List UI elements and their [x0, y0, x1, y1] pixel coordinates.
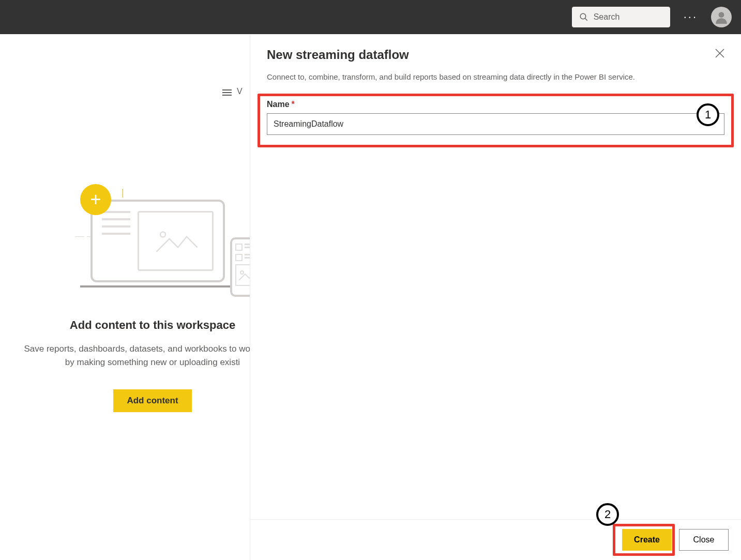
close-panel-button[interactable] [715, 48, 724, 60]
laptop-icon [90, 200, 230, 293]
empty-state-heading: Add content to this workspace [16, 319, 290, 332]
search-icon [579, 12, 588, 22]
callout-badge-2: 2 [596, 503, 619, 526]
workspace-empty-state: + | + + — — [0, 112, 290, 412]
name-field-label: Name* [267, 100, 724, 109]
svg-point-2 [719, 12, 724, 18]
close-button[interactable]: Close [679, 529, 729, 551]
close-icon [715, 49, 724, 58]
empty-state-description: Save reports, dashboards, datasets, and … [16, 342, 290, 369]
create-button[interactable]: Create [622, 529, 672, 551]
required-marker: * [292, 100, 295, 109]
search-input[interactable]: Search [572, 7, 670, 27]
panel-title: New streaming dataflow [267, 48, 409, 62]
search-placeholder: Search [594, 12, 620, 22]
more-options-button[interactable]: ··· [680, 8, 701, 26]
svg-line-1 [585, 18, 587, 21]
name-field-group: Name* [258, 94, 734, 147]
top-header: Search ··· [0, 0, 741, 34]
svg-point-0 [580, 13, 586, 19]
name-label-text: Name [267, 100, 290, 109]
menu-icon [222, 89, 232, 96]
new-streaming-dataflow-panel: New streaming dataflow Connect to, combi… [250, 34, 741, 560]
callout-badge-1: 1 [697, 103, 719, 126]
workspace-illustration: + | + + — — [59, 184, 246, 303]
person-icon [715, 10, 728, 24]
svg-point-7 [240, 271, 244, 274]
sparkle-icon: | [122, 187, 124, 198]
panel-footer: 2 Create Close [250, 519, 741, 560]
svg-point-6 [160, 232, 165, 237]
panel-description: Connect to, combine, transform, and buil… [250, 71, 741, 94]
user-avatar[interactable] [711, 7, 732, 27]
add-content-button[interactable]: Add content [113, 389, 191, 412]
view-label-fragment: V [237, 87, 243, 96]
name-input[interactable] [267, 113, 724, 135]
plus-circle-icon: + [80, 184, 111, 215]
